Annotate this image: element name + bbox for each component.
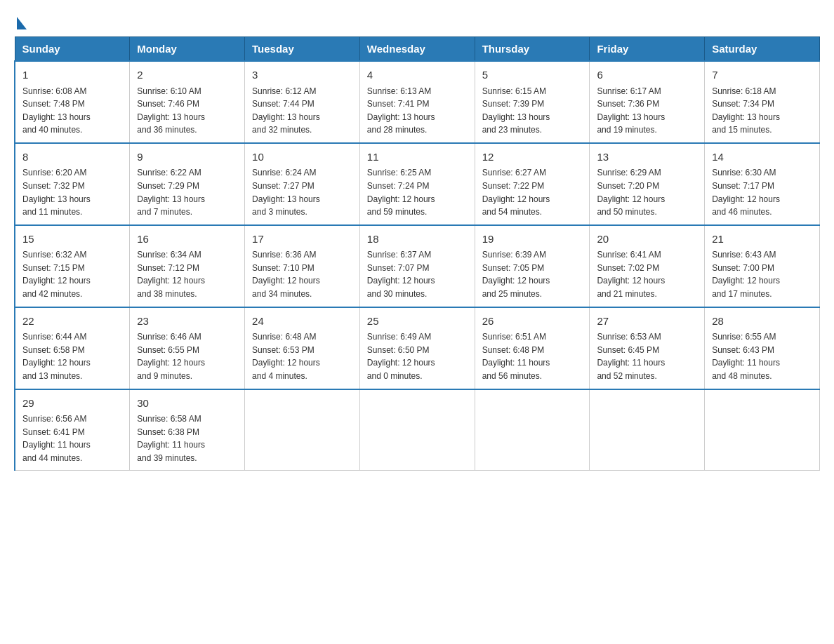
day-number: 22 — [22, 314, 122, 330]
page-header — [14, 14, 820, 29]
day-number: 16 — [137, 232, 237, 248]
day-info: Sunrise: 6:27 AMSunset: 7:22 PMDaylight:… — [482, 166, 583, 218]
day-info: Sunrise: 6:46 AMSunset: 6:55 PMDaylight:… — [137, 330, 237, 382]
day-info: Sunrise: 6:08 AMSunset: 7:48 PMDaylight:… — [22, 85, 122, 137]
calendar-week-row: 15 Sunrise: 6:32 AMSunset: 7:15 PMDaylig… — [15, 225, 820, 307]
calendar-week-row: 29 Sunrise: 6:56 AMSunset: 6:41 PMDaylig… — [15, 389, 820, 471]
day-info: Sunrise: 6:22 AMSunset: 7:29 PMDaylight:… — [137, 166, 237, 218]
calendar-cell: 26 Sunrise: 6:51 AMSunset: 6:48 PMDaylig… — [475, 307, 590, 389]
calendar-cell — [590, 389, 705, 471]
day-number: 23 — [137, 314, 237, 330]
day-number: 11 — [367, 149, 468, 166]
day-info: Sunrise: 6:10 AMSunset: 7:46 PMDaylight:… — [137, 85, 237, 137]
calendar-cell: 16 Sunrise: 6:34 AMSunset: 7:12 PMDaylig… — [130, 225, 245, 307]
calendar-cell: 17 Sunrise: 6:36 AMSunset: 7:10 PMDaylig… — [245, 225, 360, 307]
day-info: Sunrise: 6:34 AMSunset: 7:12 PMDaylight:… — [137, 248, 237, 300]
calendar-cell: 30 Sunrise: 6:58 AMSunset: 6:38 PMDaylig… — [130, 389, 245, 471]
day-number: 4 — [367, 67, 468, 83]
logo-arrow-icon — [17, 17, 27, 29]
calendar-header-row: Sunday Monday Tuesday Wednesday Thursday… — [15, 37, 820, 62]
day-number: 5 — [482, 67, 583, 83]
day-info: Sunrise: 6:24 AMSunset: 7:27 PMDaylight:… — [252, 166, 352, 218]
calendar-cell: 2 Sunrise: 6:10 AMSunset: 7:46 PMDayligh… — [130, 61, 245, 143]
calendar-cell: 13 Sunrise: 6:29 AMSunset: 7:20 PMDaylig… — [590, 143, 705, 225]
day-number: 12 — [482, 149, 583, 166]
calendar-cell: 14 Sunrise: 6:30 AMSunset: 7:17 PMDaylig… — [705, 143, 820, 225]
calendar-cell: 5 Sunrise: 6:15 AMSunset: 7:39 PMDayligh… — [475, 61, 590, 143]
day-number: 26 — [482, 314, 583, 330]
calendar-cell: 28 Sunrise: 6:55 AMSunset: 6:43 PMDaylig… — [705, 307, 820, 389]
calendar-cell: 18 Sunrise: 6:37 AMSunset: 7:07 PMDaylig… — [359, 225, 475, 307]
calendar-cell: 27 Sunrise: 6:53 AMSunset: 6:45 PMDaylig… — [590, 307, 705, 389]
col-sunday: Sunday — [15, 37, 130, 62]
col-tuesday: Tuesday — [245, 37, 360, 62]
day-number: 9 — [137, 149, 237, 166]
day-info: Sunrise: 6:12 AMSunset: 7:44 PMDaylight:… — [252, 85, 352, 137]
col-monday: Monday — [130, 37, 245, 62]
day-info: Sunrise: 6:44 AMSunset: 6:58 PMDaylight:… — [22, 330, 122, 382]
day-info: Sunrise: 6:15 AMSunset: 7:39 PMDaylight:… — [482, 85, 583, 137]
calendar-cell: 3 Sunrise: 6:12 AMSunset: 7:44 PMDayligh… — [245, 61, 360, 143]
calendar-cell: 21 Sunrise: 6:43 AMSunset: 7:00 PMDaylig… — [705, 225, 820, 307]
calendar-cell: 20 Sunrise: 6:41 AMSunset: 7:02 PMDaylig… — [590, 225, 705, 307]
day-info: Sunrise: 6:49 AMSunset: 6:50 PMDaylight:… — [367, 330, 468, 382]
calendar-cell — [245, 389, 360, 471]
day-number: 2 — [137, 67, 237, 83]
day-info: Sunrise: 6:20 AMSunset: 7:32 PMDaylight:… — [22, 166, 122, 218]
calendar-cell: 11 Sunrise: 6:25 AMSunset: 7:24 PMDaylig… — [359, 143, 475, 225]
day-number: 18 — [367, 232, 468, 248]
day-number: 27 — [597, 314, 697, 330]
calendar-cell: 4 Sunrise: 6:13 AMSunset: 7:41 PMDayligh… — [359, 61, 475, 143]
day-info: Sunrise: 6:41 AMSunset: 7:02 PMDaylight:… — [597, 248, 697, 300]
day-number: 6 — [597, 67, 697, 83]
calendar-cell: 25 Sunrise: 6:49 AMSunset: 6:50 PMDaylig… — [359, 307, 475, 389]
day-info: Sunrise: 6:29 AMSunset: 7:20 PMDaylight:… — [597, 166, 697, 218]
logo — [14, 14, 27, 29]
day-info: Sunrise: 6:58 AMSunset: 6:38 PMDaylight:… — [137, 412, 237, 464]
day-info: Sunrise: 6:13 AMSunset: 7:41 PMDaylight:… — [367, 85, 468, 137]
day-number: 20 — [597, 232, 697, 248]
day-number: 13 — [597, 149, 697, 166]
calendar-table: Sunday Monday Tuesday Wednesday Thursday… — [14, 36, 820, 471]
day-number: 8 — [22, 149, 122, 166]
calendar-cell: 19 Sunrise: 6:39 AMSunset: 7:05 PMDaylig… — [475, 225, 590, 307]
calendar-cell: 12 Sunrise: 6:27 AMSunset: 7:22 PMDaylig… — [475, 143, 590, 225]
calendar-cell — [359, 389, 475, 471]
day-info: Sunrise: 6:30 AMSunset: 7:17 PMDaylight:… — [712, 166, 812, 218]
calendar-cell — [475, 389, 590, 471]
day-number: 7 — [712, 67, 812, 83]
day-number: 17 — [252, 232, 352, 248]
day-number: 25 — [367, 314, 468, 330]
day-number: 15 — [22, 232, 122, 248]
calendar-cell: 23 Sunrise: 6:46 AMSunset: 6:55 PMDaylig… — [130, 307, 245, 389]
day-info: Sunrise: 6:51 AMSunset: 6:48 PMDaylight:… — [482, 330, 583, 382]
calendar-cell: 15 Sunrise: 6:32 AMSunset: 7:15 PMDaylig… — [15, 225, 130, 307]
col-friday: Friday — [590, 37, 705, 62]
day-info: Sunrise: 6:17 AMSunset: 7:36 PMDaylight:… — [597, 85, 697, 137]
day-info: Sunrise: 6:36 AMSunset: 7:10 PMDaylight:… — [252, 248, 352, 300]
calendar-cell: 7 Sunrise: 6:18 AMSunset: 7:34 PMDayligh… — [705, 61, 820, 143]
day-info: Sunrise: 6:39 AMSunset: 7:05 PMDaylight:… — [482, 248, 583, 300]
calendar-week-row: 8 Sunrise: 6:20 AMSunset: 7:32 PMDayligh… — [15, 143, 820, 225]
calendar-cell — [705, 389, 820, 471]
day-number: 29 — [22, 396, 122, 412]
calendar-cell: 22 Sunrise: 6:44 AMSunset: 6:58 PMDaylig… — [15, 307, 130, 389]
day-number: 3 — [252, 67, 352, 83]
calendar-cell: 6 Sunrise: 6:17 AMSunset: 7:36 PMDayligh… — [590, 61, 705, 143]
calendar-cell: 8 Sunrise: 6:20 AMSunset: 7:32 PMDayligh… — [15, 143, 130, 225]
calendar-cell: 29 Sunrise: 6:56 AMSunset: 6:41 PMDaylig… — [15, 389, 130, 471]
day-info: Sunrise: 6:55 AMSunset: 6:43 PMDaylight:… — [712, 330, 812, 382]
calendar-cell: 9 Sunrise: 6:22 AMSunset: 7:29 PMDayligh… — [130, 143, 245, 225]
col-saturday: Saturday — [705, 37, 820, 62]
day-number: 30 — [137, 396, 237, 412]
calendar-week-row: 1 Sunrise: 6:08 AMSunset: 7:48 PMDayligh… — [15, 61, 820, 143]
day-info: Sunrise: 6:48 AMSunset: 6:53 PMDaylight:… — [252, 330, 352, 382]
day-number: 21 — [712, 232, 812, 248]
day-number: 28 — [712, 314, 812, 330]
day-info: Sunrise: 6:56 AMSunset: 6:41 PMDaylight:… — [22, 412, 122, 464]
day-info: Sunrise: 6:25 AMSunset: 7:24 PMDaylight:… — [367, 166, 468, 218]
col-thursday: Thursday — [475, 37, 590, 62]
day-number: 1 — [22, 67, 122, 83]
day-info: Sunrise: 6:37 AMSunset: 7:07 PMDaylight:… — [367, 248, 468, 300]
day-info: Sunrise: 6:43 AMSunset: 7:00 PMDaylight:… — [712, 248, 812, 300]
